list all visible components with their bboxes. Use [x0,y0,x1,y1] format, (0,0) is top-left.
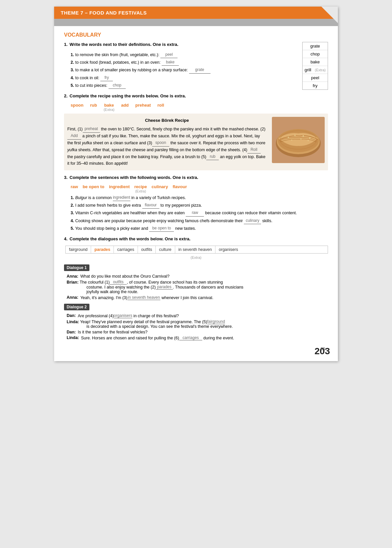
s2-word-bake: bake [104,103,114,108]
s4-organisers: organisers [215,246,241,253]
recipe-blank5: rub [206,154,219,160]
big-page-number: 203 [314,346,330,357]
svg-point-7 [303,135,304,137]
d2-linda1-text: Yeap! They've planned every detail of th… [80,320,225,324]
d2-dan2-speaker: Dan: [67,330,76,334]
d1-brian-cont2: joyfully walk along the route. [86,290,328,294]
s3-blank4: culinary [244,218,261,224]
s4-word-row: fairground parades carriages outfits cul… [65,246,328,254]
s3-item4: 4. Cooking shows are popular because peo… [71,218,328,224]
page: THEME 7 – FOOD AND FESTIVALS VOCABULARY … [54,7,338,361]
gray-bar [54,19,338,26]
s3-word-beopento: be open to [82,184,104,189]
d1-blank2: parades [156,285,173,290]
wbox-grill: grill(Extra) [303,66,328,74]
d2-linda2-speaker: Linda: [67,335,79,340]
s1-blank1: peel [160,51,178,58]
d1-brian-cont: costume. I also enjoy watching the (2)pa… [86,285,328,290]
d1-brian-text: The colourful (1)outfits, of course. Eve… [80,280,223,285]
s1-item5: 5. to cut into pieces: chop [71,82,328,89]
s2-word-spoon: spoon [71,103,83,108]
recipe-box: Cheese Börek Recipe First, (1)preheat th… [64,114,328,170]
s3-item1: 1. Bulgur is a common ingredient in a va… [71,194,328,201]
small-page-number: 35 [64,345,328,351]
theme-header: THEME 7 – FOOD AND FESTIVALS [54,7,338,19]
s1-blank5: chop [109,82,126,89]
section4: 4. Complete the dialogues with the words… [64,236,328,340]
recipe-text: Cheese Börek Recipe First, (1)preheat th… [67,117,267,167]
s3-instruction: Complete the sentences with the followin… [70,175,198,180]
d2-linda1-speaker: Linda: [67,320,79,324]
s3-blank2: flavour [142,202,159,209]
d2-line4: Linda: Sure. Horses are chosen and raise… [67,335,328,340]
d1-line2: Brian: The colourful (1)outfits, of cour… [67,280,328,294]
s2-word-rub: rub [90,103,97,108]
theme-title: THEME 7 – FOOD AND FESTIVALS [61,10,147,16]
s3-item2: 2. I add some fresh herbs to give extra … [71,202,328,209]
s1-number: 1. [64,42,68,50]
s1-blank4: fry [100,75,113,81]
svg-point-8 [309,137,310,139]
s4-number: 4. [64,236,68,244]
vocabulary-heading: VOCABULARY [64,32,328,38]
s4-extra-label: (Extra) [191,256,202,259]
d2-dan2-text: Is it the same for the festival vehicles… [78,330,147,334]
section2: 2. Complete the recipe using the words b… [64,93,328,170]
content: VOCABULARY 1. Write the words next to th… [54,26,338,361]
dialogue2-header: Dialogue 2 [64,304,89,310]
s3-word-flavour: flavour [173,184,187,189]
svg-point-11 [308,140,309,141]
s1-list: 1. to remove the skin from (fruit, veget… [71,51,328,89]
recipe-image [272,117,325,163]
d1-blank3: in seventh heaven [127,295,160,300]
s4-fairground: fairground [66,246,91,253]
s4-outfits: outfits [138,246,156,253]
d1-brian-speaker: Brian: [67,280,79,285]
s2-word-preheat: preheat [135,103,151,108]
dialogue1: Anna: What do you like most about the Or… [67,274,328,300]
wbox-fry: fry [303,82,328,89]
d2-blank5: fairground [207,319,225,324]
s4-parades: parades [91,246,114,253]
s1-blank2: bake [162,59,179,66]
s1-item4: 4. to cook in oil: fry [71,75,328,81]
recipe-title: Cheese Börek Recipe [67,117,267,124]
d1-anna2-text: Yeah, it's amazing. I'm (3)in seventh he… [80,295,213,300]
s2-word-add: add [121,103,129,108]
d2-line2: Linda: Yeap! They've planned every detai… [67,319,328,329]
s3-number: 3. [64,175,68,183]
s4-instruction: Complete the dialogues with the words be… [70,236,190,241]
d1-blank1: outfits [110,280,127,285]
s1-instruction: Write the words next to their definition… [70,42,179,47]
s3-item3: 3. Vitamin C-rich vegetables are healthi… [71,210,328,216]
recipe-blank1: preheat [83,126,100,133]
d2-blank4: organisers [114,313,132,318]
recipe-blank4: Roll [247,147,261,154]
s3-blank5: be open to [149,225,174,232]
s3-word-raw: raw [71,184,78,189]
s3-extra-label: (Extra) [135,189,146,193]
d1-anna1-speaker: Anna: [67,274,78,279]
wbox-peel: peel [303,74,328,82]
wbox-grate: grate [303,42,328,50]
d2-dan1-speaker: Dan: [67,313,76,318]
dialogue2: Dan: Are professional (4)organisers in c… [67,313,328,340]
s1-item2: 2. to cook food (bread, potatoes, etc.) … [71,59,328,66]
recipe-blank3: spoon [152,140,169,147]
d1-anna2-speaker: Anna: [67,295,78,300]
d2-linda1-cont: is decorated with a special design. You … [86,324,328,329]
s4-seventh: in seventh heaven [175,246,215,253]
s4-culture: culture [156,246,175,253]
s3-list: 1. Bulgur is a common ingredient in a va… [71,194,328,232]
section1: 1. Write the words next to their definit… [64,42,328,89]
d2-blank6: carriages [179,335,202,340]
d1-anna1-text: What do you like most about the Oruro Ca… [80,274,169,279]
d2-line3: Dan: Is it the same for the festival veh… [67,330,328,334]
wbox-chop: chop [303,50,328,58]
d2-line1: Dan: Are professional (4)organisers in c… [67,313,328,318]
recipe-blank2: Add [67,133,81,140]
s2-extra-label: (Extra) [104,108,114,112]
s3-item5: 5. You should stop being a picky eater a… [71,225,328,232]
s2-number: 2. [64,93,68,101]
s3-word-ingredient: ingredient [109,184,130,189]
